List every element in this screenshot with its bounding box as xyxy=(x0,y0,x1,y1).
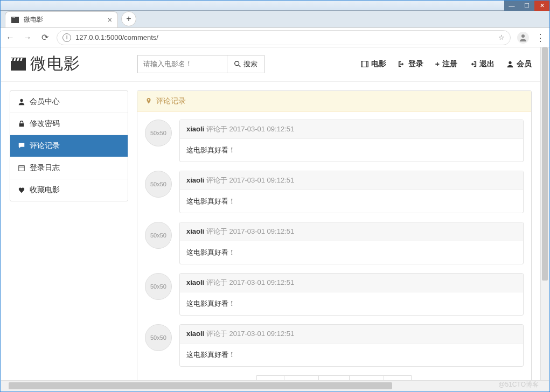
site-info-icon[interactable]: i xyxy=(62,33,71,42)
comment-meta: 评论于 2017-03-01 09:12:51 xyxy=(204,125,294,133)
svg-point-18 xyxy=(20,99,23,102)
search-icon xyxy=(234,60,241,68)
comment-meta: 评论于 2017-03-01 09:12:51 xyxy=(204,176,294,184)
horizontal-scrollbar-thumb[interactable] xyxy=(9,382,392,389)
watermark: @51CTO博客 xyxy=(498,380,539,389)
sidebar-item-favorites[interactable]: 收藏电影 xyxy=(10,179,128,201)
forward-button[interactable]: → xyxy=(22,33,33,43)
pager-last[interactable]: 尾页 xyxy=(384,375,412,380)
user-icon xyxy=(506,60,514,68)
comment-meta: 评论于 2017-03-01 09:12:51 xyxy=(204,330,294,338)
plus-icon: + xyxy=(435,60,440,68)
new-tab-button[interactable]: + xyxy=(121,11,136,26)
vertical-scrollbar-thumb[interactable] xyxy=(542,47,548,281)
horizontal-scrollbar[interactable] xyxy=(1,380,549,391)
comment-body: 这电影真好看！ xyxy=(180,241,523,264)
browser-menu-button[interactable]: ⋮ xyxy=(535,32,545,44)
pager-next[interactable]: 下一页 xyxy=(349,375,384,380)
sidebar-item-user-center[interactable]: 会员中心 xyxy=(10,91,128,113)
comment-meta: 评论于 2017-03-01 09:12:51 xyxy=(204,227,294,235)
sidebar-item-login-log[interactable]: 登录日志 xyxy=(10,157,128,179)
svg-point-17 xyxy=(509,61,511,64)
comment-header: xiaoli 评论于 2017-03-01 09:12:51 xyxy=(180,274,523,292)
nav-login[interactable]: 登录 xyxy=(398,59,423,69)
svg-rect-19 xyxy=(19,123,24,127)
film-icon xyxy=(361,60,368,68)
nav-member[interactable]: 会员 xyxy=(506,59,532,69)
svg-rect-3 xyxy=(13,17,13,18)
back-button[interactable]: ← xyxy=(5,33,16,43)
window-close-button[interactable]: ✕ xyxy=(534,1,549,11)
comment-header: xiaoli 评论于 2017-03-01 09:12:51 xyxy=(180,171,523,190)
address-bar[interactable]: i 127.0.0.1:5000/comments/ ☆ xyxy=(57,30,511,45)
nav-logout-label: 退出 xyxy=(479,59,495,69)
comment-header: xiaoli 评论于 2017-03-01 09:12:51 xyxy=(180,120,523,139)
window-maximize-button[interactable]: ☐ xyxy=(519,1,534,11)
sidebar-item-label: 会员中心 xyxy=(30,97,60,107)
panel-body: 50x50 xiaoli 评论于 2017-03-01 09:12:51 这电影… xyxy=(137,112,531,380)
window-minimize-button[interactable]: — xyxy=(504,1,519,11)
comment-user: xiaoli xyxy=(186,330,204,338)
comment-item: 50x50 xiaoli 评论于 2017-03-01 09:12:51 这电影… xyxy=(145,324,524,367)
sidebar-item-change-password[interactable]: 修改密码 xyxy=(10,113,128,135)
site-logo[interactable]: 微电影 xyxy=(10,53,80,75)
comment-bubble: xiaoli 评论于 2017-03-01 09:12:51 这电影真好看！ xyxy=(179,171,524,213)
reload-button[interactable]: ⟳ xyxy=(39,32,50,43)
svg-point-22 xyxy=(148,99,150,101)
comment-bubble: xiaoli 评论于 2017-03-01 09:12:51 这电影真好看！ xyxy=(179,222,524,264)
panel-title: 评论记录 xyxy=(156,96,186,106)
comment-user: xiaoli xyxy=(186,227,204,235)
pager-first[interactable]: 首页 xyxy=(256,375,284,380)
main-container: 会员中心 修改密码 评论记录 登录日志 收藏电影 xyxy=(1,82,540,380)
browser-toolbar: ← → ⟳ i 127.0.0.1:5000/comments/ ☆ ⋮ xyxy=(1,28,549,47)
pager: 首页上一页1 / 10下一页尾页 xyxy=(145,375,524,380)
svg-rect-1 xyxy=(11,17,19,18)
tab-close-button[interactable]: × xyxy=(108,16,112,24)
comment-avatar: 50x50 xyxy=(145,171,172,198)
url-text: 127.0.0.1:5000/comments/ xyxy=(75,33,498,41)
profile-avatar-icon[interactable] xyxy=(517,32,529,44)
vertical-scrollbar[interactable] xyxy=(540,47,549,380)
svg-rect-20 xyxy=(19,166,25,171)
nav-movies[interactable]: 电影 xyxy=(361,59,386,69)
search-input[interactable] xyxy=(137,55,227,73)
svg-rect-16 xyxy=(366,61,368,67)
panel-heading: 评论记录 xyxy=(137,91,531,112)
browser-tabstrip: 微电影 × + xyxy=(1,11,549,28)
comment-bubble: xiaoli 评论于 2017-03-01 09:12:51 这电影真好看！ xyxy=(179,324,524,367)
window-titlebar: — ☐ ✕ xyxy=(1,1,549,11)
comment-header: xiaoli 评论于 2017-03-01 09:12:51 xyxy=(180,325,523,344)
browser-tab[interactable]: 微电影 × xyxy=(5,11,118,27)
svg-rect-2 xyxy=(12,17,12,18)
search-button[interactable]: 搜索 xyxy=(227,55,264,73)
comment-user: xiaoli xyxy=(186,278,204,286)
comment-avatar: 50x50 xyxy=(145,273,172,300)
comment-avatar: 50x50 xyxy=(145,120,172,146)
comment-icon xyxy=(18,142,25,150)
pager-prev[interactable]: 上一页 xyxy=(284,375,319,380)
comment-body: 这电影真好看！ xyxy=(180,190,523,213)
comment-item: 50x50 xiaoli 评论于 2017-03-01 09:12:51 这电影… xyxy=(145,273,524,316)
comment-user: xiaoli xyxy=(186,125,204,133)
heart-icon xyxy=(18,186,25,194)
svg-rect-6 xyxy=(11,62,26,71)
nav-movies-label: 电影 xyxy=(371,59,386,69)
nav-logout[interactable]: 退出 xyxy=(469,59,495,69)
svg-point-12 xyxy=(235,61,239,65)
sidebar-item-comments[interactable]: 评论记录 xyxy=(10,135,128,157)
comment-bubble: xiaoli 评论于 2017-03-01 09:12:51 这电影真好看！ xyxy=(179,273,524,316)
nav-register-label: 注册 xyxy=(442,59,457,69)
nav-login-label: 登录 xyxy=(408,59,423,69)
comments-panel: 评论记录 50x50 xiaoli 评论于 2017-03-01 09:12:5… xyxy=(137,90,532,380)
calendar-icon xyxy=(18,164,25,172)
svg-rect-14 xyxy=(361,61,368,67)
comment-body: 这电影真好看！ xyxy=(180,344,523,366)
comment-item: 50x50 xiaoli 评论于 2017-03-01 09:12:51 这电影… xyxy=(145,171,524,213)
nav-register[interactable]: +注册 xyxy=(435,59,457,69)
comment-bubble: xiaoli 评论于 2017-03-01 09:12:51 这电影真好看！ xyxy=(179,120,524,162)
bookmark-star-icon[interactable]: ☆ xyxy=(498,33,505,41)
comment-avatar: 50x50 xyxy=(145,324,172,351)
sidebar-item-label: 收藏电影 xyxy=(30,185,60,195)
top-nav: 电影 登录 +注册 退出 会员 xyxy=(361,59,532,69)
sidebar-item-label: 登录日志 xyxy=(30,163,60,173)
